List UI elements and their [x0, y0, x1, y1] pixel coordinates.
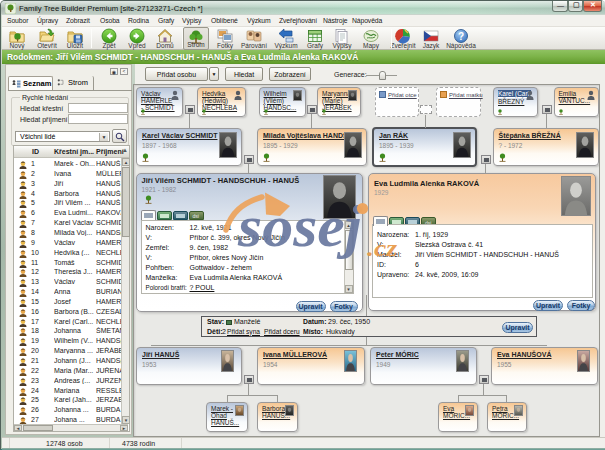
svg-text:?: ? — [458, 31, 464, 42]
